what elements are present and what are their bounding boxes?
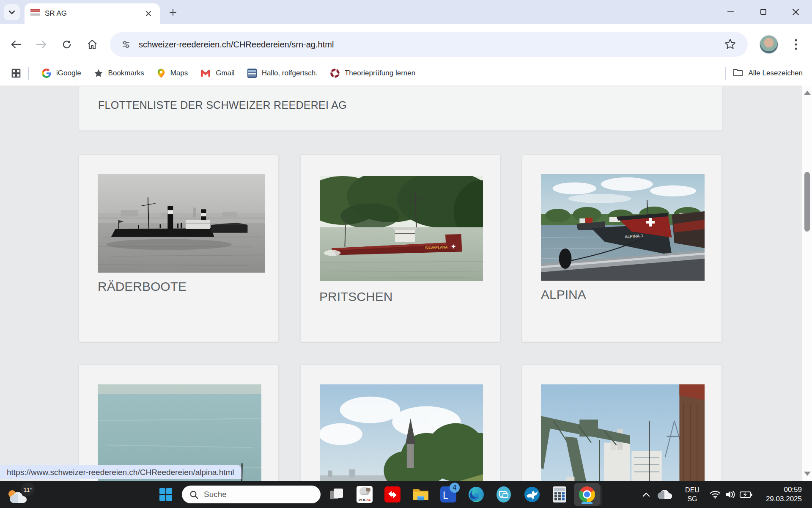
minimize-icon bbox=[727, 11, 734, 12]
harbor-cranes-photo[interactable] bbox=[541, 384, 705, 481]
fleet-card-raederboote[interactable]: RÄDERBOOTE bbox=[79, 155, 279, 342]
search-icon bbox=[189, 490, 198, 499]
battery-charging-icon bbox=[740, 491, 752, 498]
browser-toolbar: schweizer-reedereien.ch/CHReedereien/srn… bbox=[0, 24, 812, 61]
close-icon bbox=[792, 8, 799, 16]
tugboat-river-church-photo[interactable] bbox=[320, 384, 483, 481]
close-button[interactable] bbox=[779, 0, 812, 24]
tab-title: SR AG bbox=[45, 9, 143, 18]
site-settings-icon bbox=[121, 39, 131, 50]
openoffice-icon bbox=[524, 486, 540, 502]
bookmark-label: Bookmarks bbox=[108, 69, 144, 77]
keyboard-layout: SG bbox=[680, 494, 705, 503]
scrollbar-down-icon[interactable] bbox=[804, 472, 811, 476]
task-view-icon bbox=[328, 486, 344, 502]
time-text: 00:59 bbox=[757, 485, 802, 494]
weather-widget[interactable]: 11° bbox=[6, 483, 39, 506]
bookmark-bookmarks[interactable]: Bookmarks bbox=[88, 65, 151, 82]
search-label: Suche bbox=[204, 490, 227, 499]
fleet-card-caption: RÄDERBOOTE bbox=[98, 279, 187, 294]
l-app-button[interactable]: L 4 bbox=[440, 486, 457, 503]
onedrive-tray-button[interactable] bbox=[656, 486, 673, 503]
keyboard-language: DEU bbox=[680, 486, 705, 494]
chrome-icon bbox=[579, 486, 595, 502]
bookmark-igoogle[interactable]: iGoogle bbox=[36, 65, 88, 82]
edge-browser-button[interactable] bbox=[468, 486, 485, 503]
alpina-barges-photo[interactable]: ALPINA-1 bbox=[541, 174, 705, 281]
pritschen-barge-photo[interactable]: SILVAPLANA bbox=[320, 176, 483, 281]
address-bar[interactable]: schweizer-reedereien.ch/CHReedereien/srn… bbox=[110, 32, 748, 57]
back-button[interactable] bbox=[6, 34, 26, 55]
wifi-icon bbox=[710, 490, 721, 499]
all-bookmarks[interactable]: Alle Lesezeichen bbox=[719, 67, 812, 80]
remote-device-app-button[interactable] bbox=[495, 486, 512, 503]
fleet-card-bottom-right[interactable] bbox=[522, 364, 722, 481]
temperature-badge: 11° bbox=[21, 483, 35, 496]
maximize-button[interactable] bbox=[747, 0, 779, 24]
scrollbar-thumb[interactable] bbox=[804, 172, 810, 232]
tab-close-icon[interactable] bbox=[143, 8, 154, 19]
bookmark-star-button[interactable] bbox=[724, 39, 736, 51]
bookmark-label: Theorieprüfung lernen bbox=[345, 69, 415, 77]
star-icon bbox=[94, 69, 103, 78]
web-page: FLOTTENLISTE DER SCHWEIZER REEDEREI AG bbox=[0, 86, 812, 481]
forward-icon bbox=[36, 40, 47, 49]
maximize-icon bbox=[760, 9, 766, 15]
bookmarks-separator bbox=[28, 67, 29, 80]
start-button[interactable] bbox=[157, 486, 174, 503]
taskbar-search[interactable]: Suche bbox=[182, 486, 321, 503]
bookmark-gmail[interactable]: Gmail bbox=[194, 65, 241, 82]
keyboard-layout-indicator[interactable]: DEU SG bbox=[680, 486, 705, 503]
bookmark-label: Hallo, rolfgertsch. bbox=[262, 69, 318, 77]
three-dot-menu-icon bbox=[795, 39, 797, 50]
forward-button[interactable] bbox=[31, 34, 52, 55]
l-app-icon: L 4 bbox=[440, 486, 456, 502]
file-explorer-icon bbox=[412, 487, 429, 502]
bookmark-hallo-rolfgertsch[interactable]: Hallo, rolfgertsch. bbox=[241, 65, 324, 82]
sbb-app-button[interactable] bbox=[384, 486, 401, 503]
browser-tab[interactable]: SR AG bbox=[25, 3, 160, 24]
clock[interactable]: 00:59 29.03.2025 bbox=[757, 485, 802, 504]
page-title: FLOTTENLISTE DER SCHWEIZER REEDEREI AG bbox=[98, 99, 347, 111]
bookmark-label: Maps bbox=[170, 69, 188, 77]
home-button[interactable] bbox=[82, 34, 102, 55]
browser-menu-button[interactable] bbox=[787, 36, 804, 53]
apps-grid-icon[interactable] bbox=[11, 68, 21, 78]
bookmarks-bar: iGoogle Bookmarks Maps Gmail Hallo, rolf bbox=[0, 61, 812, 86]
tray-overflow-button[interactable] bbox=[639, 486, 653, 503]
calculator-button[interactable] bbox=[551, 486, 568, 503]
battery-tray-button[interactable] bbox=[738, 486, 754, 503]
plus-icon bbox=[169, 8, 177, 16]
profile-avatar[interactable] bbox=[760, 35, 778, 54]
fleet-card-bottom-left[interactable] bbox=[79, 364, 279, 481]
life-ring-icon bbox=[330, 69, 340, 78]
minimize-button[interactable] bbox=[714, 0, 747, 24]
page-scrollbar[interactable] bbox=[802, 86, 812, 481]
folder-icon bbox=[733, 68, 743, 78]
scrollbar-up-icon[interactable] bbox=[804, 91, 811, 95]
pdf24-app-button[interactable]: PDF24 bbox=[356, 486, 373, 503]
fleet-card-pritschen[interactable]: SILVAPLANA PRITSCHEN bbox=[300, 155, 500, 342]
bookmark-maps[interactable]: Maps bbox=[151, 65, 195, 82]
wifi-tray-button[interactable] bbox=[708, 486, 722, 503]
bookmark-theoriepruefung[interactable]: Theorieprüfung lernen bbox=[324, 65, 422, 82]
gmail-icon bbox=[200, 69, 211, 77]
fleet-card-alpina[interactable]: ALPINA-1 ALPINA bbox=[522, 155, 722, 342]
onedrive-cloud-icon bbox=[657, 489, 672, 500]
volume-tray-button[interactable] bbox=[723, 486, 738, 503]
tab-search-button[interactable] bbox=[4, 4, 20, 20]
pdf24-icon: PDF24 bbox=[357, 486, 373, 503]
svg-text:SILVAPLANA: SILVAPLANA bbox=[425, 245, 447, 250]
raederboote-steamer-photo[interactable] bbox=[98, 174, 265, 273]
openoffice-button[interactable] bbox=[524, 486, 540, 503]
fleet-card-bottom-middle[interactable] bbox=[300, 364, 500, 481]
reload-button[interactable] bbox=[57, 34, 77, 55]
chrome-active-app-button[interactable] bbox=[574, 483, 600, 506]
new-tab-button[interactable] bbox=[166, 5, 180, 19]
file-explorer-button[interactable] bbox=[412, 486, 429, 503]
task-view-button[interactable] bbox=[328, 486, 345, 503]
maps-pin-icon bbox=[157, 68, 165, 78]
windows-taskbar: 11° Suche PDF24 bbox=[0, 481, 812, 508]
notification-badge: 4 bbox=[450, 483, 460, 493]
tab-strip: SR AG bbox=[0, 0, 812, 24]
